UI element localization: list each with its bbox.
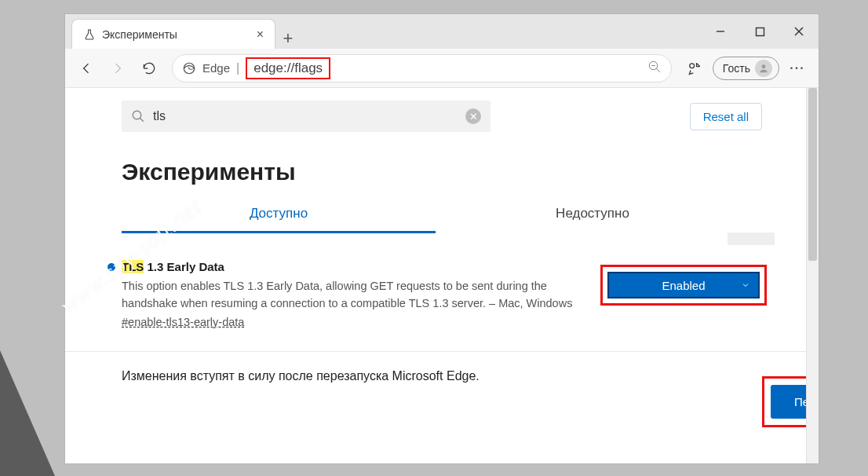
browser-tab[interactable]: Эксперименты × xyxy=(71,19,275,49)
collections-icon[interactable] xyxy=(681,55,708,82)
maximize-button[interactable] xyxy=(740,14,779,49)
decorative-triangle xyxy=(0,350,55,476)
search-field[interactable]: ✕ xyxy=(122,101,491,132)
restart-message: Изменения вступят в силу после перезапус… xyxy=(122,369,480,383)
minimize-button[interactable] xyxy=(701,14,740,49)
restart-button[interactable]: Перезапуск xyxy=(771,385,806,419)
restart-bar: Изменения вступят в силу после перезапус… xyxy=(65,352,806,401)
modified-dot-icon xyxy=(108,263,115,271)
tab-unavailable[interactable]: Недоступно xyxy=(436,196,749,233)
address-bar: Edge | edge://flags Гость ··· xyxy=(65,49,819,88)
page-title: Эксперименты xyxy=(122,159,806,185)
search-input[interactable] xyxy=(153,109,458,123)
flag-title-highlight: TLS xyxy=(122,260,144,273)
flask-icon xyxy=(83,28,96,41)
tab-available[interactable]: Доступно xyxy=(122,196,436,233)
new-tab-button[interactable]: + xyxy=(275,28,301,49)
search-icon xyxy=(131,109,145,123)
scrollbar[interactable] xyxy=(806,88,819,463)
back-button[interactable] xyxy=(73,55,100,82)
forward-button[interactable] xyxy=(104,55,131,82)
omnibox-separator: | xyxy=(236,61,239,75)
more-menu-button[interactable]: ··· xyxy=(784,61,811,75)
tab-title: Эксперименты xyxy=(102,28,250,41)
url-text: edge://flags xyxy=(253,60,323,75)
page-content: ✕ Reset all Эксперименты Доступно Недост… xyxy=(65,88,806,463)
scroll-thumb[interactable] xyxy=(808,88,817,261)
omnibox-label: Edge xyxy=(202,61,230,75)
reset-all-button[interactable]: Reset all xyxy=(690,103,762,130)
flag-title: TLS 1.3 Early Data xyxy=(122,260,585,273)
loading-placeholder xyxy=(728,233,775,245)
profile-label: Гость xyxy=(723,62,750,75)
flag-item: TLS 1.3 Early Data This option enables T… xyxy=(65,233,806,352)
refresh-button[interactable] xyxy=(136,55,162,82)
clear-search-icon[interactable]: ✕ xyxy=(465,108,481,124)
url-highlight-box: edge://flags xyxy=(246,57,330,79)
chevron-down-icon xyxy=(741,279,750,292)
close-window-button[interactable] xyxy=(779,14,819,49)
edge-logo-icon xyxy=(182,61,196,75)
svg-point-10 xyxy=(133,111,141,119)
browser-window: Эксперименты × + Edge | edge://flags Гос… xyxy=(64,13,819,464)
flag-anchor[interactable]: #enable-tls13-early-data xyxy=(122,316,244,328)
omnibox[interactable]: Edge | edge://flags xyxy=(172,54,672,82)
highlight-box-restart: Перезапуск xyxy=(762,376,806,427)
svg-point-9 xyxy=(762,64,766,68)
titlebar: Эксперименты × + xyxy=(65,14,819,49)
close-tab-icon[interactable]: × xyxy=(257,27,264,42)
svg-line-6 xyxy=(656,68,660,72)
svg-line-11 xyxy=(140,118,144,122)
svg-point-8 xyxy=(690,63,695,68)
highlight-box-select: Enabled xyxy=(600,265,767,306)
avatar-icon xyxy=(755,60,772,77)
select-value: Enabled xyxy=(662,279,705,292)
flag-description: This option enables TLS 1.3 Early Data, … xyxy=(122,278,585,313)
window-controls xyxy=(701,14,819,49)
flag-state-select[interactable]: Enabled xyxy=(607,272,760,298)
zoom-out-icon[interactable] xyxy=(647,60,662,77)
profile-button[interactable]: Гость xyxy=(713,57,779,80)
flag-title-rest: 1.3 Early Data xyxy=(144,260,224,273)
tabs: Доступно Недоступно xyxy=(122,196,749,233)
svg-rect-1 xyxy=(756,27,764,35)
